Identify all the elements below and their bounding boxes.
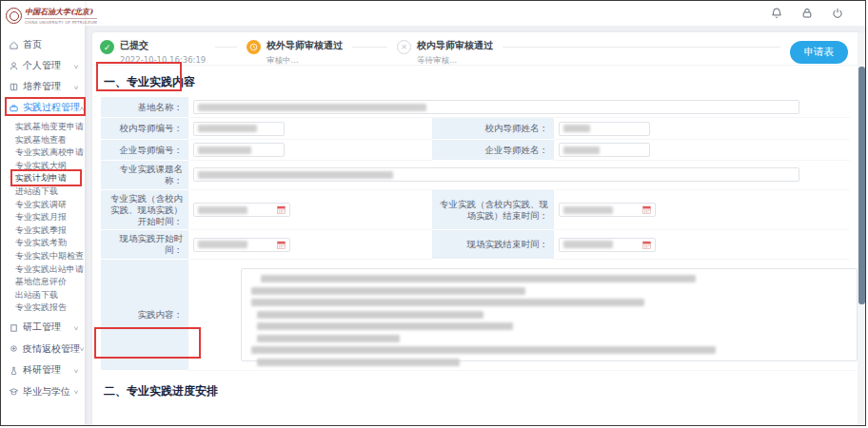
base-name-input[interactable] — [193, 100, 799, 114]
redacted-value — [198, 206, 247, 214]
sidebar-menu: 首页 个人管理 ∨ 培养管理 ∨ 实践过程管理 ∧ 实践基地变更申请 实践基地查… — [1, 34, 85, 402]
redacted-value — [198, 241, 247, 248]
scrollbar-track[interactable] — [858, 32, 865, 425]
submenu-item-base-view[interactable]: 实践基地查看 — [1, 134, 85, 147]
redacted-value — [198, 125, 257, 132]
submenu-item-quarterly-report[interactable]: 专业实践季报 — [1, 224, 85, 238]
redacted-value — [563, 241, 613, 248]
topic-name-input[interactable] — [193, 167, 799, 182]
health-icon — [9, 343, 19, 354]
redacted-line — [257, 359, 460, 366]
onsite-start-label: 现场实践开始时间： — [101, 230, 188, 260]
practice-content-label: 实践内容： — [101, 260, 188, 371]
enterprise-tutor-id-input[interactable] — [193, 143, 285, 157]
submenu-item-practice-plan[interactable]: 实践计划申请 — [1, 172, 85, 185]
sidebar-item-epidemic-return[interactable]: 疫情返校管理 ∨ — [1, 338, 85, 360]
chevron-down-icon: ∨ — [73, 367, 79, 374]
sidebar-item-practice-process[interactable]: 实践过程管理 ∧ — [1, 97, 85, 118]
cross-circle-icon: ✕ — [397, 40, 411, 54]
practice-content-form: 基地名称： 校内导师编号： 校内导师姓名： 企业导师编号： 企业导师姓名： — [101, 97, 850, 371]
internal-tutor-id-input[interactable] — [193, 122, 285, 136]
enterprise-tutor-id-label: 企业导师编号： — [101, 140, 188, 161]
graduation-icon — [9, 386, 19, 397]
application-form-button[interactable]: 申请表 — [790, 41, 849, 64]
sidebar: 中国石油大学(北京) CHINA UNIVERSITY OF PETROLEUM… — [1, 1, 85, 425]
step-divider — [352, 47, 387, 48]
submenu-item-midterm-check[interactable]: 专业实践中期检查 — [1, 250, 85, 263]
onsite-end-date-input[interactable] — [559, 238, 656, 252]
sidebar-item-research[interactable]: 科研管理 ∨ — [1, 360, 85, 381]
chevron-up-icon: ∧ — [79, 105, 85, 111]
redacted-line — [257, 335, 400, 342]
redacted-line — [251, 346, 716, 354]
step-external-tutor-review: 校外导师审核通过 审核中... — [247, 39, 397, 67]
university-logo: 中国石油大学(北京) CHINA UNIVERSITY OF PETROLEUM — [1, 1, 85, 28]
university-seal-icon — [6, 8, 22, 24]
power-icon[interactable] — [831, 7, 844, 20]
redacted-line — [261, 275, 696, 282]
submenu-item-base-change[interactable]: 实践基地变更申请 — [1, 121, 85, 134]
enterprise-tutor-name-label: 企业导师姓名： — [432, 140, 554, 161]
submenu-item-attendance[interactable]: 专业实践考勤 — [1, 237, 85, 250]
redacted-value — [563, 146, 600, 154]
practice-start-date-input[interactable] — [193, 203, 290, 217]
calendar-icon — [642, 205, 651, 214]
clock-circle-icon — [247, 40, 261, 54]
enterprise-tutor-name-input[interactable] — [559, 143, 650, 157]
submenu-item-practice-report[interactable]: 专业实践报告 — [1, 302, 85, 315]
logo-title: 中国石油大学(北京) — [25, 7, 97, 17]
submenu-item-exit-apply[interactable]: 专业实践出站申请 — [1, 263, 85, 277]
app-window: 中国石油大学(北京) CHINA UNIVERSITY OF PETROLEUM… — [0, 0, 866, 426]
base-name-label: 基地名称： — [101, 97, 188, 118]
sidebar-item-graduation-degree[interactable]: 毕业与学位 ∨ — [1, 380, 85, 402]
step-divider — [503, 47, 780, 48]
onsite-end-label: 现场实践结束时间： — [432, 230, 554, 260]
calendar-icon — [642, 241, 651, 249]
approval-stepper: ✓ 已提交 2022-10-10 16:36:19 校外导师审核通过 审核中..… — [92, 32, 861, 65]
calendar-icon — [277, 205, 286, 214]
topic-name-label: 专业实践课题名称： — [101, 161, 188, 190]
redacted-line — [251, 287, 525, 295]
home-icon — [9, 40, 19, 50]
submenu-item-base-evaluation[interactable]: 基地信息评价 — [1, 276, 85, 289]
redacted-line — [257, 311, 483, 319]
chevron-down-icon: ∨ — [73, 84, 79, 90]
practice-process-submenu: 实践基地变更申请 实践基地查看 专业实践离校申请 专业实践大纲 实践计划申请 进… — [1, 118, 85, 317]
internal-tutor-id-label: 校内导师编号： — [101, 118, 188, 140]
chevron-down-icon: ∨ — [73, 63, 79, 69]
submenu-item-monthly-report[interactable]: 专业实践月报 — [1, 211, 85, 224]
redacted-line — [251, 299, 644, 306]
submenu-item-exit-letter[interactable]: 出站函下载 — [1, 289, 85, 302]
redacted-line — [257, 322, 513, 330]
section2-title: 二、专业实践进度安排 — [92, 371, 861, 403]
practice-start-label: 专业实践（含校内实践、现场实践）开始时间： — [101, 190, 188, 231]
redacted-value — [198, 146, 251, 154]
sidebar-item-home[interactable]: 首页 — [1, 34, 85, 55]
submenu-item-survey[interactable]: 专业实践调研 — [1, 199, 85, 212]
sidebar-item-cultivation[interactable]: 培养管理 ∨ — [1, 76, 85, 97]
redacted-value — [563, 125, 590, 132]
practice-content-textarea[interactable] — [241, 268, 858, 361]
submenu-item-leave-school[interactable]: 专业实践离校申请 — [1, 146, 85, 160]
content-card: ✓ 已提交 2022-10-10 16:36:19 校外导师审核通过 审核中..… — [92, 32, 861, 426]
onsite-start-date-input[interactable] — [193, 238, 290, 252]
submenu-item-outline[interactable]: 专业实践大纲 — [1, 160, 85, 173]
chevron-down-icon: ∨ — [73, 324, 79, 331]
sidebar-item-personal[interactable]: 个人管理 ∨ — [1, 55, 85, 76]
logo-subtitle: CHINA UNIVERSITY OF PETROLEUM — [25, 18, 97, 25]
practice-end-date-input[interactable] — [559, 203, 656, 217]
internal-tutor-name-label: 校内导师姓名： — [432, 118, 554, 140]
submenu-item-entry-letter[interactable]: 进站函下载 — [1, 185, 85, 199]
internal-tutor-name-input[interactable] — [559, 122, 650, 136]
scrollbar-thumb[interactable] — [858, 67, 865, 304]
topbar — [85, 1, 865, 26]
bell-icon[interactable] — [770, 7, 783, 20]
practice-end-label: 专业实践（含校内实践、现场实践）结束时间： — [432, 190, 554, 231]
lock-icon[interactable] — [800, 7, 814, 20]
organization-icon — [9, 322, 19, 333]
main-area: ✓ 已提交 2022-10-10 16:36:19 校外导师审核通过 审核中..… — [85, 26, 865, 425]
sidebar-item-postgrad-work[interactable]: 研工管理 ∨ — [1, 317, 85, 339]
flask-icon — [9, 365, 19, 376]
check-circle-icon: ✓ — [100, 40, 114, 54]
step-divider — [215, 47, 237, 48]
